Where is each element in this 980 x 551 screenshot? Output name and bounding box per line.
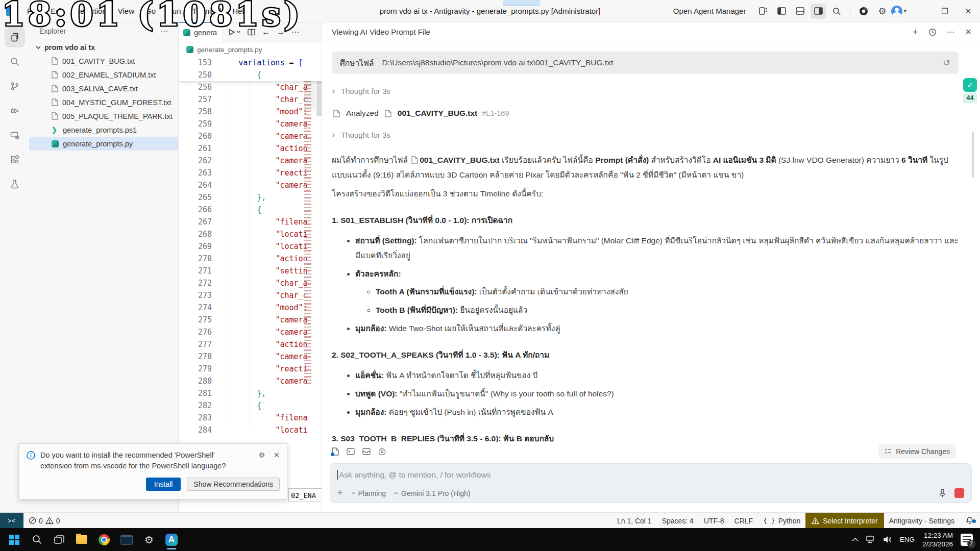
file-item-004_mystic_gum_forest.txt[interactable]: 004_MYSTIC_GUM_FOREST.txt [29,95,178,109]
eol-setting[interactable]: CRLF [729,513,758,529]
panel-more-actions-icon[interactable]: ⋯ [947,27,955,37]
thought-row-1[interactable]: › Thought for 3s [332,86,959,95]
volume-icon[interactable] [883,536,892,543]
terminal-icon[interactable] [347,448,355,455]
tool-call-box[interactable]: ศึกษาไฟล์ D:\Users\sj88studio\Pictures\p… [332,52,959,74]
notification-center-icon[interactable]: 2 [961,534,973,546]
panel-scrollbar[interactable] [972,132,974,178]
extensions-icon[interactable] [5,149,25,170]
source-control-icon[interactable] [5,76,25,96]
remote-indicator[interactable]: >< [0,513,23,529]
new-conversation-icon[interactable]: + [912,27,918,38]
run-debug-icon[interactable] [5,101,25,121]
close-panel-icon[interactable]: ✕ [965,27,972,37]
text-file-icon [52,71,58,79]
file-item-003_saliva_cave.txt[interactable]: 003_SALIVA_CAVE.txt [29,82,178,95]
indent-guide [231,82,231,425]
file-item-001_cavity_bug.txt[interactable]: 001_CAVITY_BUG.txt [29,54,178,68]
settings-gear-icon[interactable]: ⚙ [874,4,890,19]
section-heading-3: 3. S03_TOOTH_B_REPLIES (วินาทีที่ 3.5 - … [332,432,959,442]
file-item-002_enamel_stadium.txt[interactable]: 002_ENAMEL_STADIUM.txt [29,68,178,82]
account-menu[interactable]: ▾ [891,6,910,17]
show-recommendations-button[interactable]: Show Recommendations [187,478,280,491]
close-button[interactable]: ✕ [957,0,980,22]
minimap[interactable] [304,58,315,384]
browser-preview-icon[interactable] [378,448,386,456]
select-interpreter-label: Select Interpreter [823,517,877,525]
terminal-app-icon[interactable] [115,530,138,550]
stop-generation-button[interactable] [954,488,964,498]
taskbar-search-icon[interactable] [26,530,48,550]
section-bullets-1: สถานที่ (Setting): โลกแฟนตาซีภายในปาก บร… [332,233,959,336]
browser-icon[interactable] [856,4,871,19]
inline-file-reference[interactable]: 001_CAVITY_BUG.txt [420,156,499,164]
notifications-bell[interactable] [960,516,980,525]
line-number: 257 [178,93,220,106]
restore-button[interactable]: ❐ [933,0,957,22]
start-button[interactable] [3,530,26,550]
thought-label: Thought for 3s [341,87,390,95]
code-text: "camera [220,350,308,363]
toggle-right-sidebar-icon[interactable] [811,4,826,19]
open-agent-manager-button[interactable]: Open Agent Manager [673,7,746,15]
tool-action-label: ศึกษาไฟล์ [340,57,374,69]
code-text: "camera [220,179,308,191]
breadcrumb[interactable]: generate_prompts.py [178,42,322,57]
analyzed-line-range: #L1-169 [482,109,509,117]
code-line: 153 variations = [ [178,57,322,69]
explorer-root-folder[interactable]: prom vdo ai tx [29,40,178,54]
microphone-icon[interactable] [939,489,946,498]
bullet-item: บทพูด (VO): "ทำไมแกฟันเป็นรูขนาดนี้" (Wh… [355,386,959,401]
settings-sync-item[interactable]: Antigravity - Settings [884,513,960,529]
history-icon[interactable] [928,28,937,36]
revert-icon[interactable]: ↺ [943,57,950,68]
antigravity-app-icon[interactable]: A [160,530,183,550]
chrome-icon[interactable] [93,530,115,550]
minimize-button[interactable]: – [910,0,933,22]
notification-settings-gear-icon[interactable]: ⚙ [259,451,265,459]
chevron-down-icon: ▾ [903,8,906,14]
indentation-setting[interactable]: Spaces: 4 [657,513,699,529]
file-explorer-icon[interactable] [70,530,93,550]
mode-selector[interactable]: Planning [351,489,386,497]
select-interpreter-button[interactable]: Select Interpreter [805,513,884,529]
file-item-005_plaque_theme_park.txt[interactable]: 005_PLAQUE_THEME_PARK.txt [29,109,178,123]
search-sidebar-icon[interactable] [5,52,25,72]
code-text: "mood": [220,106,308,118]
changed-file-icon[interactable] [332,447,339,456]
remote-explorer-icon[interactable] [5,125,25,145]
toggle-bottom-panel-icon[interactable] [792,4,807,19]
attach-button[interactable]: + [337,488,343,498]
encoding-setting[interactable]: UTF-8 [699,513,729,529]
clock[interactable]: 12:23 AM 2/23/2026 [922,531,953,548]
code-text: "camera [220,130,308,142]
search-icon[interactable] [829,4,844,19]
file-item-generate_prompts.ps1[interactable]: ❯generate_prompts.ps1 [29,123,178,137]
model-selector[interactable]: Gemini 3.1 Pro (High) [394,489,470,497]
problems-indicator[interactable]: 0 0 [23,517,60,525]
analyzed-row[interactable]: Analyzed 001_CAVITY_BUG.txt #L1-169 [332,109,959,118]
language-mode[interactable]: { } Python [758,513,805,529]
review-changes-button[interactable]: Review Changes [878,444,956,459]
chevron-down-icon [35,44,41,51]
agent-input-box[interactable]: Ask anything, @ to mention, / for workfl… [330,463,972,503]
line-number: 267 [178,216,220,228]
assistant-message-sections: 1. S01_ESTABLISH (วินาทีที่ 0.0 - 1.0): … [332,214,959,442]
artifacts-icon[interactable] [362,448,371,455]
input-language-indicator[interactable]: ENG [900,536,915,543]
cursor-position[interactable]: Ln 1, Col 1 [612,513,657,529]
mode-label: Planning [358,489,386,497]
network-icon[interactable] [866,536,875,543]
notification-count-badge: 2 [967,540,975,548]
toggle-left-sidebar-icon[interactable] [774,4,789,19]
install-button[interactable]: Install [146,478,181,491]
testing-icon[interactable] [5,174,25,194]
thought-row-2[interactable]: › Thought for 3s [332,130,959,139]
customize-layout-icon[interactable] [755,4,771,19]
file-item-generate_prompts.py[interactable]: generate_prompts.py [29,137,178,151]
notification-close-icon[interactable]: ✕ [274,451,280,459]
hidden-icons-chevron[interactable] [852,537,859,542]
task-view-icon[interactable] [48,530,70,550]
side-widget[interactable]: ✓ 44 [963,78,977,103]
windows-settings-icon[interactable]: ⚙ [138,530,160,550]
